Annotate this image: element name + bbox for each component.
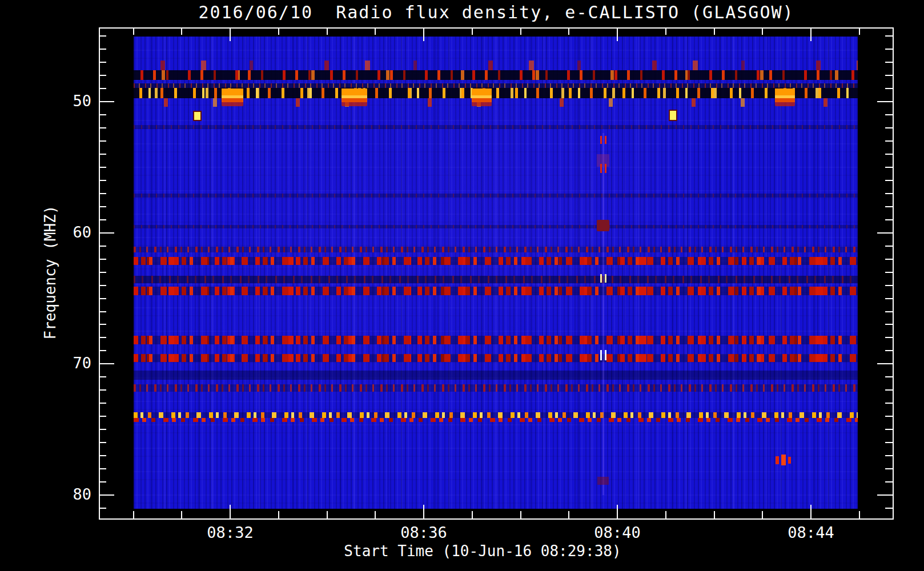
y-tick — [885, 154, 893, 155]
y-tick — [885, 62, 893, 63]
x-tick — [472, 27, 473, 35]
y-tick — [99, 75, 106, 76]
y-tick — [99, 403, 106, 404]
y-tick — [885, 140, 893, 142]
y-tick — [99, 219, 106, 220]
x-tick — [230, 27, 231, 41]
y-tick — [99, 481, 106, 482]
y-tick — [877, 494, 893, 496]
y-tick — [885, 350, 893, 351]
y-tick — [99, 508, 106, 509]
y-axis-title: Frequency (MHZ) — [42, 206, 59, 340]
spectrogram-page: 2016/06/10 Radio flux density, e-CALLIST… — [0, 0, 924, 571]
y-tick-label: 80 — [34, 486, 91, 503]
y-tick — [99, 206, 106, 207]
y-tick — [885, 285, 893, 286]
y-tick — [99, 49, 106, 50]
y-tick — [885, 88, 893, 89]
y-tick — [885, 403, 893, 404]
x-tick — [859, 511, 860, 518]
y-tick — [885, 35, 893, 37]
x-tick — [327, 27, 328, 35]
y-tick — [99, 389, 106, 391]
x-tick — [181, 511, 182, 518]
y-tick — [885, 468, 893, 469]
x-tick-label: 08:40 — [577, 524, 657, 541]
y-tick — [99, 232, 114, 234]
y-tick — [99, 180, 106, 181]
y-tick — [99, 468, 106, 469]
y-tick — [885, 311, 893, 312]
x-tick — [472, 511, 473, 518]
y-tick — [885, 442, 893, 443]
y-tick — [99, 337, 106, 338]
x-tick — [327, 511, 328, 518]
y-tick — [99, 101, 114, 102]
y-tick — [885, 193, 893, 194]
y-tick — [885, 114, 893, 115]
y-tick — [877, 101, 893, 102]
y-tick — [885, 481, 893, 482]
y-tick — [885, 272, 893, 273]
x-tick — [568, 511, 569, 518]
y-tick — [99, 62, 106, 63]
y-tick — [877, 363, 893, 364]
x-tick — [520, 27, 521, 35]
y-tick — [885, 180, 893, 181]
x-tick-label: 08:32 — [190, 524, 270, 541]
y-tick — [99, 324, 106, 325]
x-tick — [375, 27, 376, 35]
y-tick — [99, 311, 106, 312]
y-tick — [99, 167, 106, 168]
y-tick — [885, 206, 893, 207]
y-tick — [99, 298, 106, 299]
y-tick — [99, 494, 114, 496]
y-tick — [99, 363, 114, 364]
x-tick — [714, 511, 715, 518]
y-tick — [885, 49, 893, 50]
y-tick — [885, 167, 893, 168]
x-tick — [568, 27, 569, 35]
y-tick — [99, 88, 106, 89]
y-tick — [99, 259, 106, 260]
y-tick — [885, 376, 893, 377]
y-tick — [99, 455, 106, 456]
x-tick-label: 08:44 — [771, 524, 851, 541]
x-tick-label: 08:36 — [384, 524, 464, 541]
y-tick — [99, 154, 106, 155]
y-tick — [885, 455, 893, 456]
x-tick — [278, 27, 279, 35]
x-tick — [810, 505, 811, 518]
x-tick — [665, 511, 666, 518]
x-tick — [278, 511, 279, 518]
y-tick — [885, 429, 893, 430]
y-tick — [99, 246, 106, 247]
y-tick — [885, 127, 893, 128]
x-tick — [762, 511, 763, 518]
plot-frame — [99, 27, 894, 520]
y-tick — [99, 376, 106, 377]
x-tick — [810, 27, 811, 41]
y-tick — [885, 416, 893, 417]
y-tick — [885, 259, 893, 260]
y-tick — [99, 416, 106, 417]
y-tick — [99, 114, 106, 115]
y-tick — [877, 232, 893, 234]
x-tick — [423, 505, 424, 518]
y-tick — [99, 429, 106, 430]
y-tick — [885, 298, 893, 299]
y-tick-label: 70 — [34, 355, 91, 372]
y-tick — [885, 337, 893, 338]
y-tick — [99, 193, 106, 194]
y-tick — [99, 285, 106, 286]
x-tick — [133, 27, 134, 35]
y-tick — [885, 324, 893, 325]
x-axis-title: Start Time (10-Jun-16 08:29:38) — [344, 542, 621, 560]
y-tick — [885, 219, 893, 220]
x-tick — [181, 27, 182, 35]
x-tick — [617, 505, 618, 518]
x-tick — [762, 27, 763, 35]
chart-title: 2016/06/10 Radio flux density, e-CALLIST… — [0, 2, 924, 22]
y-tick — [885, 246, 893, 247]
y-tick — [99, 272, 106, 273]
